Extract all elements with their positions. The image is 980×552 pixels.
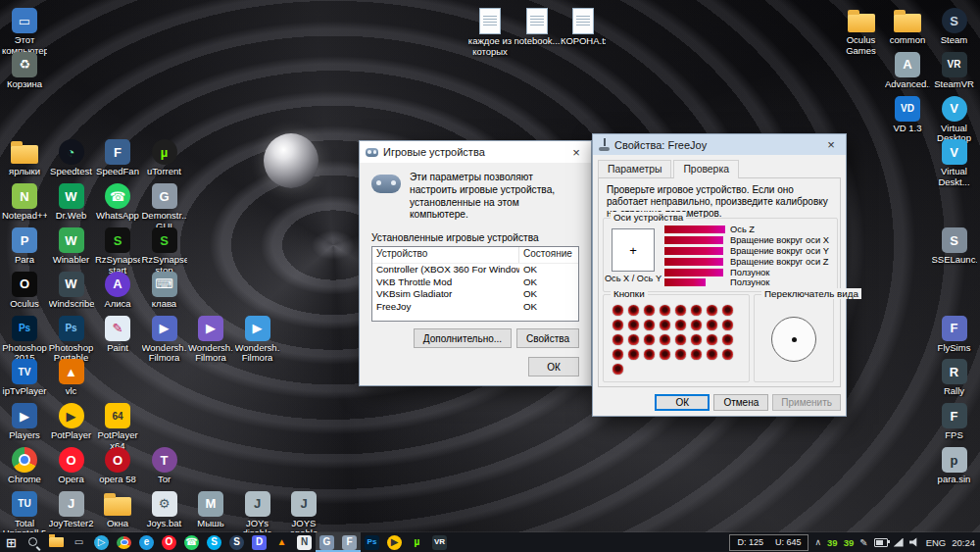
desktop-icon-speedfan[interactable]: FSpeedFan (95, 139, 140, 177)
taskbar-icon-telegram[interactable]: ▷ (90, 532, 113, 552)
taskbar-icon-display[interactable]: ▭ (68, 532, 90, 552)
desktop-icon-korona-txt[interactable]: КОРОНА.txt (561, 8, 606, 47)
desktop-icon-advanced[interactable]: AAdvanced... (885, 52, 930, 90)
desktop-icon-filmora-87[interactable]: ▶Wondersh... Filmora 8.7 (188, 316, 233, 365)
network-icon[interactable] (894, 538, 904, 547)
close-icon[interactable]: × (816, 134, 846, 155)
desktop-icon-vd-13[interactable]: VDVD 1.3 (885, 96, 930, 134)
hidden-icons-chevron[interactable]: ∧ (814, 537, 821, 547)
taskbar-icon-file-explorer[interactable] (45, 532, 68, 552)
desktop-icon-recycle-bin[interactable]: ♻Корзина (2, 52, 47, 90)
ok-button[interactable]: ОК (528, 357, 579, 376)
desktop-icon-virtual-deskt[interactable]: VVirtual Deskt... (932, 139, 977, 187)
desktop-icon-steamvr[interactable]: VRSteamVR (932, 52, 977, 90)
desktop-icon-photoshop-portable[interactable]: PsPhotoshop Portable (49, 316, 94, 364)
taskbar-icon-freejoy-properties[interactable]: F (338, 532, 361, 552)
desktop-icon-potplayer-x64[interactable]: 64PotPlayer x64 (95, 403, 140, 451)
device-row[interactable]: FreeJoyOK (372, 301, 578, 314)
desktop-icon-virtual-desktop[interactable]: VVirtual Desktop (932, 96, 977, 144)
titlebar[interactable]: Игровые устройства × (360, 141, 591, 163)
battery-icon[interactable] (874, 538, 888, 547)
taskbar-icon-steam[interactable]: S (225, 532, 248, 552)
taskbar-icon-skype[interactable]: S (203, 532, 225, 552)
desktop-icon-fps[interactable]: FFPS (932, 403, 977, 441)
clock[interactable]: 20:24 (952, 537, 975, 548)
taskbar-icon-whatsapp[interactable]: ☎ (180, 532, 203, 552)
desktop-icon-opera-58[interactable]: Oopera 58 (95, 447, 140, 485)
desktop-icon-players[interactable]: ▶Players (2, 403, 47, 441)
desktop-icon-notepad-plus[interactable]: NNotepad++ (2, 183, 47, 222)
tab-parameters[interactable]: Параметры (598, 160, 671, 177)
desktop-icon-filmora-95[interactable]: ▶Wondersh... Filmora 9.5 (235, 316, 280, 365)
taskbar-icon-notepad[interactable]: N (293, 532, 316, 552)
device-row[interactable]: VKBsim GladiatorOK (372, 288, 578, 301)
taskbar-icon-edge[interactable]: e (135, 532, 158, 552)
desktop-icon-joys-bat[interactable]: ⚙Joys.bat (142, 491, 187, 529)
desktop-icon-rzsynapse-start[interactable]: SRzSynapse start (95, 227, 140, 276)
taskbar-icon-game-controllers[interactable]: G (316, 532, 338, 552)
device-column-header[interactable]: Устройство (372, 247, 519, 263)
taskbar-icon-potplayer[interactable]: ▶ (383, 532, 406, 552)
desktop-icon-rally[interactable]: RRally (932, 359, 977, 397)
desktop-icon-windscribe[interactable]: WWindscribe (49, 272, 94, 310)
close-icon[interactable]: × (562, 141, 591, 163)
taskbar-icon-discord[interactable]: D (248, 532, 270, 552)
taskbar-icon-start[interactable]: ⊞ (0, 532, 23, 552)
taskbar-icon-chrome[interactable] (113, 532, 135, 552)
cancel-button[interactable]: Отмена (713, 394, 768, 411)
device-row[interactable]: VKB Throttle ModOK (372, 276, 578, 289)
properties-button[interactable]: Свойства (516, 328, 579, 348)
desktop-icon-demonstr-gui[interactable]: GDemonstr... GUI (142, 183, 187, 231)
desktop-icon-opera[interactable]: OOpera (49, 447, 94, 485)
titlebar[interactable]: Свойства: FreeJoy × (593, 134, 846, 155)
desktop-icon-utorrent[interactable]: µuTorrent (142, 139, 187, 177)
taskbar-icon-search[interactable] (23, 532, 45, 552)
desktop-icon-joytester2[interactable]: JJoyTester2 (49, 491, 94, 529)
desktop-icon-klava[interactable]: ⌨клава (142, 272, 187, 310)
desktop-icon-paint[interactable]: ✎Paint (95, 316, 140, 354)
desktop-icon-alisa[interactable]: ААлиса (95, 272, 140, 310)
desktop-icon-tor[interactable]: TTor (142, 447, 187, 485)
desktop-icon-whatsapp[interactable]: ☎WhatsApp (95, 183, 140, 222)
desktop-icon-winabler[interactable]: WWinabler (49, 227, 94, 266)
desktop-icon-rzsynapse-stop[interactable]: SRzSynapse stop (142, 227, 187, 276)
desktop-icon-speedtest[interactable]: ◔Speedtest (49, 139, 94, 177)
device-row[interactable]: Controller (XBOX 360 For Windows)OK (372, 264, 578, 276)
desktop-icon-iptvplayer[interactable]: TVipTvPlayer (2, 359, 47, 397)
taskbar-icon-vlc[interactable]: ▲ (270, 532, 293, 552)
desktop-icon-oculus-games[interactable]: Oculus Games (839, 8, 884, 56)
desktop-icon-photoshop-2015[interactable]: PsPhotoshop 2015 (2, 316, 47, 364)
desktop-icon-vlc[interactable]: ▲vlc (49, 359, 94, 397)
status-column-header[interactable]: Состояние (519, 247, 578, 263)
desktop-icon-flysims[interactable]: FFlySims (932, 316, 977, 354)
sensor-value-2[interactable]: 39 (844, 537, 855, 548)
desktop-icon-kazhdoe-doc[interactable]: каждое из которых ... (467, 8, 513, 58)
taskbar-icon-utorrent[interactable]: µ (406, 532, 428, 552)
advanced-button[interactable]: Дополнительно... (414, 328, 512, 348)
desktop-icon-chrome[interactable]: Chrome (2, 447, 47, 485)
desktop-icon-filmora[interactable]: ▶Wondersh... Filmora (142, 316, 187, 364)
desktop-icon-para-sin[interactable]: ppara.sin (932, 447, 977, 485)
ok-button[interactable]: ОК (655, 394, 710, 411)
tab-test[interactable]: Проверка (673, 160, 739, 178)
volume-icon[interactable] (909, 537, 920, 547)
desktop-icon-oculus[interactable]: OOculus (2, 272, 47, 310)
desktop-icon-sselaunc[interactable]: SSSELaunc... (932, 227, 977, 266)
pen-icon[interactable]: ✎ (859, 537, 867, 548)
sensor-value-1[interactable]: 39 (827, 537, 838, 548)
desktop-icon-shortcuts-folder[interactable]: ярлыки (2, 139, 47, 177)
taskbar-icon-opera[interactable]: O (158, 532, 180, 552)
desktop-icon-common[interactable]: common (885, 8, 930, 46)
desktop-icon-this-pc[interactable]: ▭Этот компьютер (2, 8, 47, 56)
desktop-icon-para[interactable]: PPara (2, 227, 47, 266)
desktop-icon-potplayer[interactable]: ▶PotPlayer (49, 403, 94, 441)
desktop-icon-notebook-doc[interactable]: notebook.... (514, 8, 560, 47)
net-speed-monitor[interactable]: D: 125 U: 645 (729, 534, 808, 551)
desktop-icon-drweb[interactable]: WDr.Web (49, 183, 94, 222)
language-indicator[interactable]: ENG (926, 537, 947, 548)
taskbar-icon-steamvr[interactable]: VR (428, 532, 451, 552)
desktop-icon-okna[interactable]: Окна (95, 491, 140, 529)
taskbar-icon-photoshop[interactable]: Ps (361, 532, 383, 552)
desktop-icon-mysh[interactable]: MМышь (188, 491, 233, 529)
desktop-icon-steam[interactable]: SSteam (932, 8, 977, 46)
